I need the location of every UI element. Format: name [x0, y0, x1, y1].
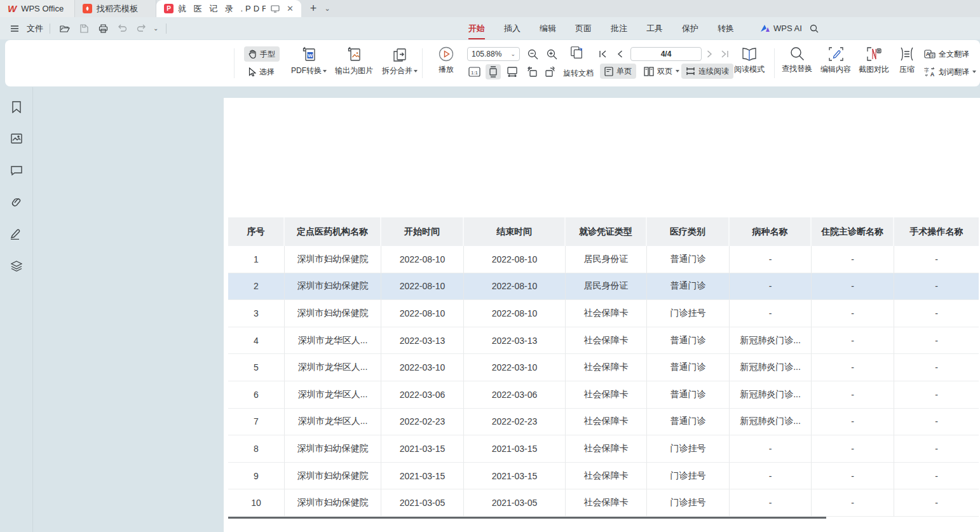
chevron-down-icon: [676, 70, 679, 72]
single-page-button[interactable]: 单页: [600, 64, 636, 79]
sidebar-divider: [32, 87, 33, 532]
file-menu[interactable]: 文件: [27, 23, 43, 34]
layers-icon[interactable]: [8, 257, 25, 275]
split-merge-button[interactable]: 拆分合并: [377, 46, 423, 76]
tab-label: WPS Office: [21, 4, 64, 13]
table-cell: -: [894, 489, 979, 517]
actual-size-button[interactable]: 1:1: [466, 64, 482, 79]
save-icon[interactable]: [76, 21, 92, 36]
hand-tool-button[interactable]: 手型: [244, 46, 280, 62]
table-row: 1深圳市妇幼保健院2022-08-102022-08-10居民身份证普通门诊--…: [228, 246, 979, 273]
tab-list-chevron-icon[interactable]: ⌄: [322, 0, 333, 17]
table-cell: -: [812, 246, 894, 273]
print-icon[interactable]: [95, 21, 111, 36]
table-cell: 2022-03-06: [381, 381, 464, 409]
split-merge-icon: [392, 46, 407, 63]
double-page-button[interactable]: 双页: [639, 64, 684, 79]
search-icon[interactable]: [806, 21, 822, 36]
hamburger-menu-icon[interactable]: [6, 21, 23, 36]
find-replace-icon: [790, 46, 805, 61]
table-cell: 10: [228, 489, 285, 517]
play-icon: [439, 46, 454, 62]
zoom-in-button[interactable]: [544, 46, 559, 62]
first-page-button[interactable]: [595, 46, 610, 62]
edit-content-icon: [828, 46, 844, 62]
page-number-input[interactable]: 4/4: [630, 47, 702, 61]
menu-item-4[interactable]: 批注: [611, 23, 627, 34]
docker-template-icon: [83, 4, 92, 13]
read-mode-button[interactable]: 阅读模式: [727, 46, 772, 75]
table-cell: 2022-08-10: [464, 273, 566, 301]
table-cell: 普通门诊: [647, 381, 730, 409]
full-translate-button[interactable]: A字 全文翻译: [922, 46, 972, 62]
screenshot-compare-icon: [866, 46, 882, 62]
attachment-icon[interactable]: [8, 193, 25, 211]
rotate-left-button[interactable]: [524, 64, 539, 79]
table-row: 4深圳市龙华区人...2022-03-132022-03-13社会保障卡普通门诊…: [228, 327, 979, 355]
tab-document-active[interactable]: P 就 医 记 录 .PDF ✕: [156, 0, 301, 17]
new-tab-button[interactable]: +: [305, 0, 322, 17]
open-file-icon[interactable]: [57, 21, 73, 36]
table-cell: 居民身份证: [566, 246, 647, 273]
compress-button[interactable]: 压缩: [888, 46, 925, 75]
close-tab-icon[interactable]: ✕: [287, 4, 294, 13]
next-page-button[interactable]: [702, 46, 717, 62]
svg-text:A: A: [930, 71, 935, 78]
bookmark-icon[interactable]: [8, 98, 25, 116]
table-cell: 新冠肺炎门诊...: [730, 381, 812, 409]
pdf-convert-button[interactable]: W PDF转换: [286, 46, 332, 76]
rotate-pages-icon[interactable]: [569, 45, 585, 60]
document-canvas: 序号定点医药机构名称开始时间结束时间就诊凭证类型医疗类别病种名称住院主诊断名称手…: [0, 39, 980, 532]
menu-item-1[interactable]: 插入: [504, 23, 521, 34]
fit-width-button[interactable]: [505, 64, 520, 79]
table-cell: 深圳市妇幼保健院: [285, 463, 381, 490]
zoom-out-button[interactable]: [525, 46, 540, 62]
monitor-share-icon[interactable]: [270, 4, 280, 14]
comment-icon[interactable]: [8, 161, 25, 179]
rotate-right-button[interactable]: [543, 64, 558, 79]
chevron-down-icon: ⌄: [510, 51, 515, 57]
fit-page-button[interactable]: [486, 64, 501, 79]
table-row: 7深圳市龙华区人...2022-02-232022-02-23社会保障卡普通门诊…: [228, 409, 979, 436]
thumbnail-image-icon[interactable]: [8, 130, 25, 147]
table-cell: 7: [228, 409, 285, 436]
word-translate-button[interactable]: 字A 划词翻译: [922, 64, 979, 79]
wps-ai-menu[interactable]: WPS AI: [760, 24, 802, 33]
table-cell: -: [812, 435, 894, 463]
tab-wps-office[interactable]: W WPS Office: [0, 0, 75, 17]
column-header: 手术操作名称: [894, 217, 979, 246]
table-cell: 2022-08-10: [464, 300, 566, 327]
table-cell: 2022-03-13: [464, 327, 566, 355]
table-cell: 2022-08-10: [381, 246, 464, 273]
export-image-button[interactable]: 输出为图片: [331, 46, 377, 76]
column-header: 序号: [228, 217, 285, 246]
table-cell: 深圳市龙华区人...: [285, 381, 381, 409]
tab-docker-templates[interactable]: 找稻壳模板: [75, 0, 156, 17]
table-cell: 2022-03-10: [464, 354, 566, 381]
table-cell: 2022-02-23: [381, 409, 464, 436]
table-cell: 深圳市妇幼保健院: [285, 246, 381, 273]
more-actions-chevron-icon[interactable]: ⌄: [153, 25, 158, 32]
table-cell: 2022-02-23: [464, 409, 566, 436]
menu-item-2[interactable]: 编辑: [540, 23, 556, 34]
select-tool-button[interactable]: 选择: [244, 64, 279, 79]
table-cell: 社会保障卡: [566, 354, 647, 381]
menu-item-6[interactable]: 保护: [682, 23, 698, 34]
play-button[interactable]: 播放: [423, 46, 469, 75]
menu-item-5[interactable]: 工具: [646, 23, 663, 34]
export-image-icon: [346, 46, 362, 63]
menu-item-0[interactable]: 开始: [468, 23, 485, 34]
table-cell: 2022-03-10: [381, 354, 464, 381]
continuous-read-button[interactable]: 连续阅读: [681, 64, 733, 79]
zoom-level-select[interactable]: 105.88% ⌄: [467, 47, 520, 61]
redo-icon[interactable]: [133, 21, 149, 36]
menu-item-3[interactable]: 页面: [575, 23, 592, 34]
menu-item-7[interactable]: 转换: [718, 23, 734, 34]
undo-icon[interactable]: [114, 21, 130, 36]
hand-icon: [248, 50, 257, 58]
previous-page-button[interactable]: [612, 46, 627, 62]
wps-logo-icon: W: [8, 3, 17, 14]
table-cell: 居民身份证: [566, 273, 647, 301]
signature-pen-icon[interactable]: [8, 225, 25, 243]
rotate-doc-label[interactable]: 旋转文档: [563, 68, 594, 79]
